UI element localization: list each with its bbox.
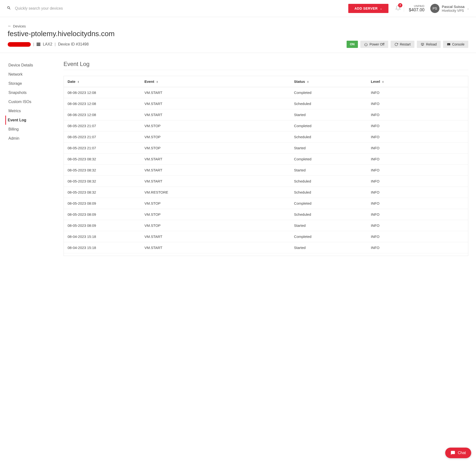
cell-event: VM.RESTORE [140, 187, 290, 198]
sidebar-item-admin[interactable]: Admin [8, 134, 56, 143]
cell-status: Started [290, 142, 367, 154]
balance-display[interactable]: UNPAID $407.00 [409, 5, 426, 12]
sidebar-item-device-details[interactable]: Device Details [8, 61, 56, 70]
column-header-level[interactable]: Level ▲▼ [367, 76, 468, 87]
table-row: 08-05-2023 08:09VM.STOPStartedINFO [64, 220, 468, 231]
column-header-date[interactable]: Date ▲▼ [64, 76, 140, 87]
status-badge: ON [346, 41, 358, 48]
arrow-left-icon: ← [8, 24, 12, 28]
cell-status: Scheduled [290, 176, 367, 187]
device-actions: ON Power Off Restart Reload Console [346, 41, 468, 48]
sidebar-item-billing[interactable]: Billing [8, 125, 56, 134]
cell-event: VM.START [140, 109, 290, 120]
datacenter-label: LAX2 [43, 42, 52, 46]
cell-level: INFO [367, 242, 468, 253]
cell-status: Scheduled [290, 132, 367, 142]
cell-level: INFO [367, 132, 468, 142]
svg-rect-2 [36, 45, 40, 46]
cell-date: 08-05-2023 08:32 [64, 176, 140, 187]
cell-status: Completed [290, 120, 367, 132]
add-server-label: ADD SERVER [355, 7, 378, 10]
svg-rect-7 [447, 43, 450, 45]
content-area: Event Log Date ▲▼ Event ▲▼ S [63, 61, 468, 256]
restart-button[interactable]: Restart [391, 41, 415, 48]
cell-event: VM.STOP [140, 132, 290, 142]
cell-date: 08-05-2023 21:07 [64, 120, 140, 132]
sidebar: Device DetailsNetworkStorageSnapshotsCus… [8, 61, 56, 256]
cell-level: INFO [367, 109, 468, 120]
device-meta: | LAX2 | Device ID #31498 [8, 42, 89, 47]
user-menu[interactable]: PS Pascal Suissa Hivelocity VPS ⌄ [430, 4, 469, 13]
search-icon[interactable] [7, 6, 11, 11]
sort-icon: ▲▼ [156, 81, 158, 83]
add-server-button[interactable]: ADD SERVER ⌄ [348, 4, 389, 13]
notification-button[interactable]: 7 [392, 5, 404, 12]
cell-status: Scheduled [290, 209, 367, 220]
cell-level: INFO [367, 231, 468, 242]
event-table: Date ▲▼ Event ▲▼ Status ▲▼ Level [64, 76, 468, 256]
table-row: 08-05-2023 21:07VM.STOPCompletedINFO [64, 120, 468, 132]
sort-icon: ▲▼ [78, 81, 79, 83]
console-button[interactable]: Console [443, 41, 468, 48]
chevron-down-icon: ⌄ [380, 7, 382, 10]
cell-level: INFO [367, 165, 468, 176]
reload-button[interactable]: Reload [417, 41, 440, 48]
cell-status: Started [290, 165, 367, 176]
svg-rect-1 [36, 44, 40, 45]
poweroff-button[interactable]: Power Off [360, 41, 388, 48]
bell-icon [395, 8, 401, 12]
event-table-container: Date ▲▼ Event ▲▼ Status ▲▼ Level [63, 76, 468, 256]
search-input[interactable] [15, 6, 345, 11]
cell-level: INFO [367, 220, 468, 231]
cell-level: INFO [367, 187, 468, 198]
cell-level: INFO [367, 198, 468, 209]
redacted-ip [8, 42, 31, 47]
table-row: 08-04-2023 15:18VM.STARTStartedINFO [64, 242, 468, 253]
cell-status: Completed [290, 87, 367, 98]
chevron-down-icon: ⌄ [467, 7, 469, 10]
top-header: ADD SERVER ⌄ 7 UNPAID $407.00 PS Pascal … [0, 0, 476, 17]
poweroff-label: Power Off [369, 42, 384, 46]
table-row: 08-05-2023 21:07VM.STOPScheduledINFO [64, 132, 468, 142]
cell-level: INFO [367, 209, 468, 220]
column-header-event[interactable]: Event ▲▼ [140, 76, 290, 87]
notification-badge: 7 [398, 3, 402, 8]
cell-event: VM.START [140, 98, 290, 109]
datacenter-icon [36, 43, 40, 46]
cell-date: 08-05-2023 08:32 [64, 165, 140, 176]
user-name: Pascal Suissa [442, 5, 464, 9]
sidebar-item-snapshots[interactable]: Snapshots [8, 88, 56, 97]
cell-event: VM.START [140, 165, 290, 176]
sidebar-item-network[interactable]: Network [8, 70, 56, 79]
table-row: 08-04-2023 15:18VM.STARTCompletedINFO [64, 231, 468, 242]
device-title: festive-ptolemy.hivelocitydns.com [8, 30, 468, 38]
balance-amount: $407.00 [409, 8, 424, 12]
cell-event: VM.STOP [140, 220, 290, 231]
cell-date: 08-04-2023 15:18 [64, 231, 140, 242]
cell-status: Completed [290, 154, 367, 165]
sidebar-item-event-log[interactable]: Event Log [5, 116, 56, 125]
breadcrumb[interactable]: ← Devices [8, 24, 468, 28]
cell-event: VM.STOP [140, 120, 290, 132]
search-container [7, 6, 345, 11]
table-row: 08-06-2023 12:08VM.STARTStartedINFO [64, 109, 468, 120]
cell-date: 08-04-2023 15:18 [64, 242, 140, 253]
balance-label: UNPAID [409, 5, 424, 8]
cell-date: 08-06-2023 12:08 [64, 109, 140, 120]
console-label: Console [452, 42, 464, 46]
sidebar-item-metrics[interactable]: Metrics [8, 107, 56, 116]
cell-level: INFO [367, 253, 468, 256]
column-header-status[interactable]: Status ▲▼ [290, 76, 367, 87]
table-row: 08-05-2023 08:09VM.STOPScheduledINFO [64, 209, 468, 220]
avatar: PS [430, 4, 440, 13]
sort-icon: ▲▼ [307, 81, 309, 83]
sidebar-item-storage[interactable]: Storage [8, 79, 56, 88]
content-title: Event Log [63, 61, 468, 70]
cell-date: 08-05-2023 21:07 [64, 132, 140, 142]
cell-status: Started [290, 220, 367, 231]
cell-level: INFO [367, 87, 468, 98]
cell-date: 08-05-2023 08:32 [64, 154, 140, 165]
device-header: ← Devices festive-ptolemy.hivelocitydns.… [0, 17, 476, 53]
main-content: Device DetailsNetworkStorageSnapshotsCus… [0, 53, 476, 264]
sidebar-item-custom-isos[interactable]: Custom ISOs [8, 97, 56, 107]
